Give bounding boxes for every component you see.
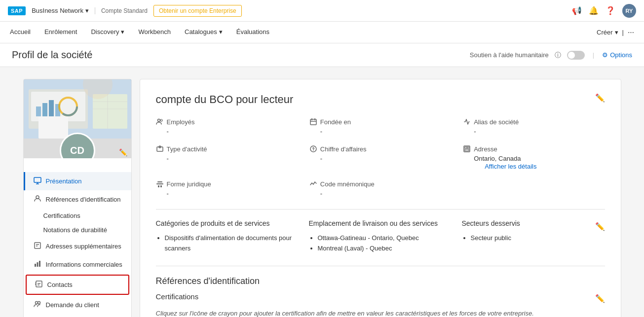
svg-rect-50 — [158, 185, 159, 187]
informations-icon — [33, 260, 42, 269]
calendar-icon — [309, 118, 317, 126]
creer-button[interactable]: Créer ▾ — [597, 29, 618, 36]
list-item: Ottawa-Gatineau - Ontario, Quebec — [318, 233, 452, 244]
compte-standard: Compte Standard — [95, 7, 148, 14]
sidebar-item-documents[interactable]: Documents supplémentaires — [24, 314, 131, 317]
edit-profile-icon[interactable]: ✏️ — [119, 148, 127, 156]
bg-illustration — [24, 79, 131, 139]
nav-discovery[interactable]: Discovery ▾ — [91, 22, 124, 42]
nav-accueil[interactable]: Accueil — [10, 22, 31, 42]
nav-workbench[interactable]: Workbench — [138, 22, 171, 42]
info-grid: Employés - Fondée en - Alias de société … — [156, 118, 605, 197]
svg-rect-22 — [37, 262, 38, 267]
more-actions-icon[interactable]: ⋯ — [628, 29, 634, 36]
address-icon — [463, 145, 471, 153]
categories-grid: Catégories de produits et de services Di… — [156, 219, 605, 254]
nav-catalogues[interactable]: Catalogues ▾ — [185, 22, 223, 42]
secteurs-title: Secteurs desservis — [462, 219, 520, 227]
contacts-icon — [35, 280, 43, 289]
top-nav-right: 📢 🔔 ❓ RY — [572, 4, 636, 18]
avatar[interactable]: RY — [622, 4, 636, 18]
edit-certifications-icon[interactable]: ✏️ — [595, 294, 605, 303]
svg-rect-9 — [93, 94, 127, 129]
main-content: CD ✏️ Présentation Références d'identifi… — [11, 67, 633, 317]
enterprise-button[interactable]: Obtenir un compte Enterprise — [153, 5, 242, 17]
adresses-icon — [33, 242, 42, 251]
svg-point-43 — [310, 146, 316, 152]
type-activite-icon — [156, 145, 164, 153]
edit-company-icon[interactable]: ✏️ — [595, 93, 605, 103]
options-button[interactable]: ⚙ Options — [602, 51, 632, 59]
fondee-en-field: Fondée en - — [309, 118, 451, 135]
sidebar-item-contacts[interactable]: Contacts — [26, 275, 129, 295]
sidebar-label-informations: Informations commerciales — [46, 261, 122, 268]
sidebar-item-certifications[interactable]: Certifications — [24, 209, 131, 223]
nav-evaluations[interactable]: Évaluations — [236, 22, 269, 42]
adresse-details-link[interactable]: Afficher les détails — [474, 163, 536, 170]
sidebar-item-presentation[interactable]: Présentation — [24, 172, 131, 190]
references-section-title: Références d'identification — [156, 276, 605, 286]
secondary-nav: Accueil Enrôlement Discovery ▾ Workbench… — [0, 22, 644, 43]
references-section: Références d'identification Certificatio… — [156, 276, 605, 317]
employes-icon — [156, 118, 164, 126]
livraison-title: Emplacement de livraison ou des services — [309, 219, 452, 227]
options-icon: ⚙ — [602, 51, 608, 59]
edit-secteurs-icon[interactable]: ✏️ — [595, 222, 605, 231]
svg-point-35 — [157, 119, 160, 122]
chiffre-affaires-field: Chiffre d'affaires - — [309, 145, 451, 170]
megaphone-icon[interactable]: 📢 — [572, 6, 582, 15]
sidebar-label-presentation: Présentation — [46, 177, 82, 185]
left-nav: Présentation Références d'identification… — [24, 158, 131, 317]
svg-point-30 — [38, 302, 40, 304]
livraison-section: Emplacement de livraison ou des services… — [309, 219, 452, 254]
sidebar-item-notations[interactable]: Notations de durabilité — [24, 223, 131, 237]
sec-nav-right: Créer ▾ | ⋯ — [597, 29, 634, 36]
profile-image-container: CD ✏️ — [24, 79, 131, 158]
page-header: Profil de la société Soutien à l'aide hu… — [0, 43, 644, 67]
livraison-list: Ottawa-Gatineau - Ontario, Quebec Montre… — [309, 233, 452, 254]
question-icon[interactable]: ❓ — [606, 6, 615, 15]
svg-rect-4 — [42, 103, 47, 116]
sidebar-item-references[interactable]: Références d'identification — [24, 190, 131, 209]
sidebar-label-references: Références d'identification — [46, 196, 121, 203]
company-title: compte du BCO pour lecteur — [156, 93, 294, 106]
produits-section: Catégories de produits et de services Di… — [156, 219, 299, 254]
svg-rect-5 — [49, 100, 54, 116]
secteurs-section: Secteurs desservis ✏️ Secteur public — [462, 219, 605, 254]
employes-field: Employés - — [156, 118, 298, 135]
bell-icon[interactable]: 🔔 — [589, 6, 599, 15]
svg-rect-47 — [465, 149, 469, 151]
produits-list: Dispositifs d'alimentation de documents … — [156, 233, 299, 254]
references-icon — [33, 195, 42, 204]
list-item: Montreal (Laval) - Quebec — [318, 244, 452, 254]
profile-background — [24, 79, 131, 139]
humanitarian-help-icon[interactable]: ⓘ — [555, 51, 561, 60]
svg-rect-18 — [35, 243, 40, 248]
page-header-right: Soutien à l'aide humanitaire ⓘ | ⚙ Optio… — [470, 51, 632, 60]
company-header: compte du BCO pour lecteur ✏️ — [156, 93, 605, 106]
presentation-icon — [33, 176, 42, 186]
sidebar-label-adresses: Adresses supplémentaires — [46, 243, 121, 250]
svg-point-17 — [36, 196, 39, 199]
right-panel: compte du BCO pour lecteur ✏️ Employés -… — [140, 79, 621, 317]
forme-juridique-field: Forme juridique - — [156, 180, 298, 197]
sidebar-item-adresses[interactable]: Adresses supplémentaires — [24, 237, 131, 255]
list-item: Secteur public — [471, 233, 605, 244]
svg-rect-48 — [156, 183, 163, 184]
secteurs-list: Secteur public — [462, 233, 605, 244]
network-name[interactable]: BusIness Network ▾ — [32, 7, 89, 14]
svg-rect-24 — [36, 281, 42, 287]
certifications-desc: Cliquez sur l'icône de crayon pour ajout… — [156, 309, 605, 317]
top-nav: SAP BusIness Network ▾ Compte Standard O… — [0, 0, 644, 22]
humanitarian-label: Soutien à l'aide humanitaire — [470, 51, 549, 59]
alias-icon — [463, 118, 471, 126]
forme-juridique-icon — [156, 180, 164, 188]
humanitarian-toggle[interactable] — [567, 51, 585, 60]
list-item: Dispositifs d'alimentation de documents … — [165, 233, 299, 254]
nav-enrolement[interactable]: Enrôlement — [44, 22, 77, 42]
sidebar-item-demande[interactable]: Demande du client — [24, 296, 131, 314]
divider-1 — [156, 209, 605, 210]
sidebar-item-informations[interactable]: Informations commerciales — [24, 255, 131, 274]
demande-icon — [33, 300, 42, 310]
revenue-icon — [309, 145, 317, 153]
